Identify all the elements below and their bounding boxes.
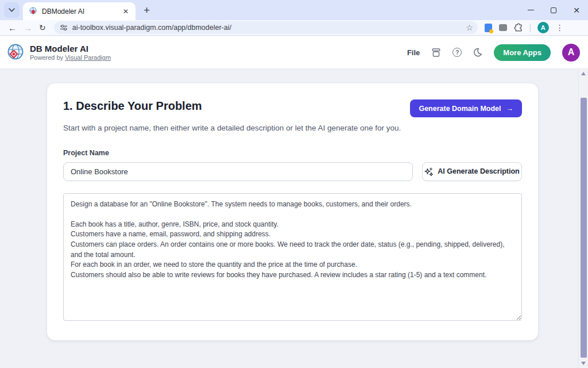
tab-title: DBModeler AI	[42, 7, 121, 16]
project-name-label: Project Name	[63, 149, 522, 157]
tab-close-icon[interactable]: ✕	[121, 6, 131, 17]
extension-chat-icon[interactable]	[499, 24, 507, 31]
problem-description-textarea[interactable]: Design a database for an "Online Booksto…	[63, 193, 522, 321]
new-tab-button[interactable]: +	[144, 5, 150, 16]
page-content: 1. Describe Your Problem Generate Domain…	[0, 69, 578, 368]
close-icon: ✕	[573, 6, 580, 14]
url-text[interactable]: ai-toolbox.visual-paradigm.com/app/dbmod…	[72, 24, 466, 32]
dark-mode-moon-icon[interactable]	[473, 48, 482, 57]
site-settings-icon[interactable]	[60, 24, 68, 32]
page-scrollbar[interactable]	[578, 69, 588, 368]
brand-text: DB Modeler AI Powered by Visual Paradigm	[30, 44, 111, 62]
tab-search-button[interactable]	[4, 2, 20, 18]
project-name-input[interactable]	[63, 162, 413, 181]
bookmark-star-icon[interactable]: ☆	[466, 24, 473, 32]
site-favicon	[29, 7, 37, 16]
visual-paradigm-link[interactable]: Visual Paradigm	[65, 54, 111, 61]
section-subtitle: Start with a project name, then either w…	[63, 122, 408, 135]
generate-domain-model-button[interactable]: Generate Domain Model →	[410, 99, 522, 117]
powered-by-prefix: Powered by	[30, 54, 65, 61]
browser-toolbar: ← → ↻ ai-toolbox.visual-paradigm.com/app…	[0, 20, 588, 36]
minimize-icon	[528, 10, 534, 10]
header-actions: File ? More Apps A	[407, 44, 580, 62]
chevron-down-icon	[9, 8, 15, 12]
arrow-right-icon: →	[506, 105, 514, 113]
extensions-puzzle-icon[interactable]	[514, 23, 523, 32]
browser-menu-icon[interactable]: ⋮	[556, 24, 564, 32]
help-icon[interactable]: ?	[452, 48, 462, 57]
sparkles-icon	[424, 167, 433, 176]
describe-problem-card: 1. Describe Your Problem Generate Domain…	[47, 83, 538, 340]
window-controls: ✕	[519, 0, 588, 20]
extension-doc-icon[interactable]	[485, 24, 492, 32]
user-avatar[interactable]: A	[562, 44, 580, 62]
generate-button-label: Generate Domain Model	[419, 105, 501, 113]
brand: DB Modeler AI Powered by Visual Paradigm	[6, 43, 111, 62]
section-title: 1. Describe Your Problem	[63, 99, 202, 113]
more-apps-button[interactable]: More Apps	[494, 44, 551, 61]
toolbar-divider	[530, 24, 531, 32]
maximize-icon	[551, 7, 556, 13]
window-minimize-button[interactable]	[519, 0, 542, 20]
reload-button[interactable]: ↻	[36, 22, 49, 33]
ai-generate-description-button[interactable]: AI Generate Description	[422, 162, 522, 181]
forward-button[interactable]: →	[20, 22, 36, 33]
back-button[interactable]: ←	[5, 22, 20, 33]
help-question-glyph: ?	[452, 48, 462, 57]
app-title: DB Modeler AI	[30, 44, 111, 55]
browser-tabstrip: DBModeler AI ✕ + ✕	[0, 0, 588, 20]
window-maximize-button[interactable]	[542, 0, 565, 20]
scrollbar-up-arrow-icon[interactable]	[581, 72, 586, 75]
address-bar[interactable]: ai-toolbox.visual-paradigm.com/app/dbmod…	[54, 21, 478, 34]
toolbar-right: A ⋮	[485, 22, 564, 33]
window-close-button[interactable]: ✕	[565, 0, 588, 20]
browser-profile-avatar[interactable]: A	[537, 22, 549, 33]
archive-icon[interactable]	[431, 48, 441, 57]
file-menu[interactable]: File	[407, 48, 420, 57]
browser-tab-active[interactable]: DBModeler AI ✕	[23, 2, 136, 20]
ai-generate-label: AI Generate Description	[438, 167, 519, 175]
app-logo-icon	[6, 43, 25, 62]
scrollbar-thumb[interactable]	[581, 98, 587, 358]
app-header: DB Modeler AI Powered by Visual Paradigm…	[0, 36, 588, 69]
scrollbar-down-arrow-icon[interactable]	[581, 362, 586, 365]
powered-by: Powered by Visual Paradigm	[30, 54, 111, 61]
